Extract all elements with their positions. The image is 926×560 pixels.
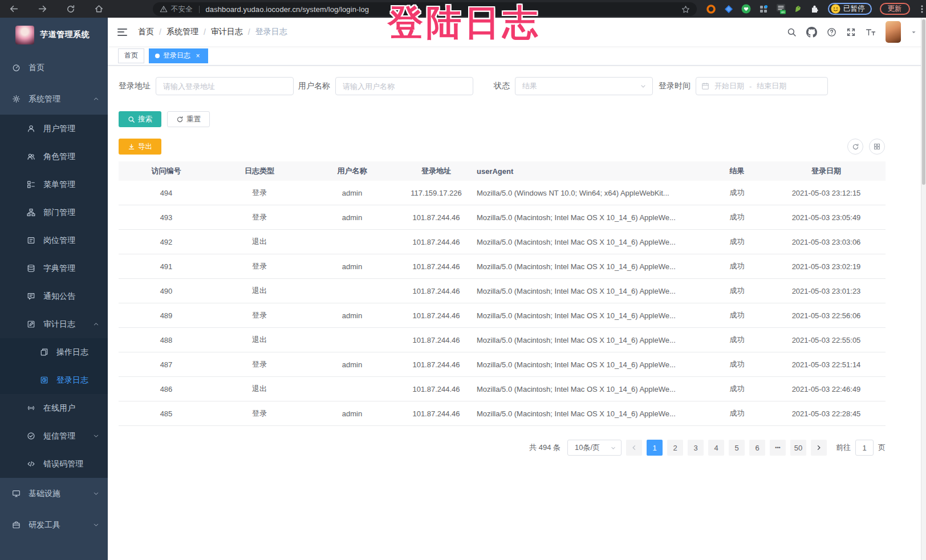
ext-list-on-icon[interactable]: on xyxy=(776,3,786,14)
username-input[interactable] xyxy=(335,77,473,95)
ext-grid-icon[interactable] xyxy=(759,5,768,14)
sidebar-menu: 首页系统管理用户管理角色管理菜单管理部门管理岗位管理字典管理通知公告审计日志操作… xyxy=(0,52,108,541)
more-pages-button[interactable]: ••• xyxy=(770,440,786,456)
back-icon[interactable] xyxy=(9,4,19,14)
tag-home[interactable]: 首页 xyxy=(118,48,144,63)
search-button[interactable]: 搜索 xyxy=(119,111,161,127)
user-avatar[interactable] xyxy=(886,21,901,43)
login-time-range-picker[interactable]: 开始日期 - 结束日期 xyxy=(696,77,828,95)
refresh-button[interactable] xyxy=(847,139,863,155)
cell: 117.159.17.226 xyxy=(399,189,473,197)
help-icon[interactable] xyxy=(827,27,836,37)
sidebar-item-label: 角色管理 xyxy=(43,152,75,162)
scrollbar-thumb[interactable] xyxy=(922,19,925,185)
paused-label: 已暂停 xyxy=(843,4,865,14)
browser-chrome: 不安全 dashboard.yudao.iocoder.cn/system/lo… xyxy=(0,0,926,18)
sidebar-item-label: 短信管理 xyxy=(43,431,75,441)
breadcrumb-system[interactable]: 系统管理 xyxy=(166,27,198,37)
security-warning-icon xyxy=(160,5,168,13)
address-input[interactable] xyxy=(156,77,294,95)
page-scrollbar xyxy=(921,18,926,560)
hamburger-icon[interactable] xyxy=(117,29,127,36)
cell: 2021-05-03 23:02:19 xyxy=(767,262,886,271)
sidebar-item-dept-management[interactable]: 部门管理 xyxy=(0,198,108,226)
sidebar-item-login-log[interactable]: 登录日志 xyxy=(0,366,108,394)
reload-icon[interactable] xyxy=(66,5,75,14)
home-icon[interactable] xyxy=(94,4,104,14)
bookmark-star-icon[interactable] xyxy=(681,5,690,14)
sidebar-item-infrastructure[interactable]: 基础设施 xyxy=(0,478,108,509)
page-button-1[interactable]: 1 xyxy=(647,440,663,456)
sidebar-item-operation-log[interactable]: 操作日志 xyxy=(0,338,108,366)
next-page-button[interactable] xyxy=(811,440,827,456)
tag-close-icon[interactable]: × xyxy=(194,52,202,60)
reset-button[interactable]: 重置 xyxy=(167,111,210,127)
sidebar-item-error-code-management[interactable]: 错误码管理 xyxy=(0,450,108,478)
cell: Mozilla/5.0 (Macintosh; Intel Mac OS X 1… xyxy=(473,385,707,393)
sidebar-item-role-management[interactable]: 角色管理 xyxy=(0,143,108,171)
app-window: 芋道管理系统 首页系统管理用户管理角色管理菜单管理部门管理岗位管理字典管理通知公… xyxy=(0,18,926,560)
sidebar-item-online-users[interactable]: 在线用户 xyxy=(0,394,108,422)
page-buttons: 123456•••50 xyxy=(647,440,806,456)
page-button-5[interactable]: 5 xyxy=(729,440,745,456)
sidebar-item-post-management[interactable]: 岗位管理 xyxy=(0,226,108,254)
sidebar-item-sms-management[interactable]: 短信管理 xyxy=(0,422,108,450)
cell: 登录 xyxy=(214,408,305,419)
breadcrumb-audit-log[interactable]: 审计日志 xyxy=(211,27,243,37)
caret-down-icon[interactable] xyxy=(911,29,917,35)
url-text: dashboard.yudao.iocoder.cn/system/log/lo… xyxy=(206,5,369,14)
navbar: 首页 / 系统管理 / 审计日志 / 登录日志 xyxy=(108,18,926,46)
browser-menu-icon[interactable] xyxy=(918,5,926,14)
page-button-50[interactable]: 50 xyxy=(790,440,806,456)
search-icon[interactable] xyxy=(787,27,797,37)
page-button-4[interactable]: 4 xyxy=(708,440,724,456)
export-button[interactable]: 导出 xyxy=(119,139,161,155)
cell: Mozilla/5.0 (Macintosh; Intel Mac OS X 1… xyxy=(473,409,707,418)
page-button-6[interactable]: 6 xyxy=(749,440,765,456)
table-row: 487登录admin101.87.244.46Mozilla/5.0 (Maci… xyxy=(119,352,886,377)
font-size-icon[interactable] xyxy=(866,27,876,37)
ext-blue-gem-icon[interactable] xyxy=(724,5,733,14)
ext-sprite-icon[interactable] xyxy=(794,5,802,13)
status-label: 状态 xyxy=(494,81,510,91)
breadcrumb-home[interactable]: 首页 xyxy=(138,27,154,37)
date-range-separator: - xyxy=(749,82,752,91)
sidebar-item-notice-announcement[interactable]: 通知公告 xyxy=(0,282,108,310)
cell: 494 xyxy=(119,189,214,197)
username-label: 用户名称 xyxy=(298,81,330,91)
address-bar[interactable]: 不安全 dashboard.yudao.iocoder.cn/system/lo… xyxy=(153,2,697,16)
cell: 101.87.244.46 xyxy=(399,238,473,246)
page-button-3[interactable]: 3 xyxy=(688,440,704,456)
github-icon[interactable] xyxy=(806,27,817,38)
app-logo[interactable]: 芋道管理系统 xyxy=(0,18,108,52)
cell: admin xyxy=(305,262,399,271)
tag-login-log[interactable]: 登录日志 × xyxy=(149,48,208,63)
cell: 101.87.244.46 xyxy=(399,213,473,222)
paused-extension-badge[interactable]: 已暂停 xyxy=(828,3,872,15)
page-size-select[interactable]: 10条/页 xyxy=(567,440,622,456)
gear-icon xyxy=(12,95,21,103)
chevron-down-icon xyxy=(640,83,647,90)
chevron-down-icon xyxy=(93,490,99,497)
sidebar-item-user-management[interactable]: 用户管理 xyxy=(0,115,108,143)
page-button-2[interactable]: 2 xyxy=(667,440,683,456)
cell: 489 xyxy=(119,311,214,320)
ext-green-heart-icon[interactable] xyxy=(741,4,751,14)
sidebar-item-dev-tools[interactable]: 研发工具 xyxy=(0,509,108,541)
sidebar-item-home[interactable]: 首页 xyxy=(0,52,108,83)
goto-page-input[interactable] xyxy=(855,440,874,456)
browser-update-button[interactable]: 更新 xyxy=(880,3,910,15)
forward-icon[interactable] xyxy=(38,4,47,14)
sidebar-item-audit-log[interactable]: 审计日志 xyxy=(0,310,108,338)
sidebar-item-dict-management[interactable]: 字典管理 xyxy=(0,254,108,282)
app-title: 芋道管理系统 xyxy=(40,30,90,40)
ext-puzzle-icon[interactable] xyxy=(810,4,820,14)
extensions-area: on 已暂停 更新 xyxy=(706,0,926,18)
status-select[interactable]: 结果 xyxy=(515,77,653,95)
prev-page-button[interactable] xyxy=(626,440,642,456)
column-settings-button[interactable] xyxy=(869,139,885,155)
ext-orange-icon[interactable] xyxy=(706,4,716,14)
sidebar-item-menu-management[interactable]: 菜单管理 xyxy=(0,171,108,198)
fullscreen-icon[interactable] xyxy=(846,27,856,37)
sidebar-item-system-management[interactable]: 系统管理 xyxy=(0,83,108,115)
